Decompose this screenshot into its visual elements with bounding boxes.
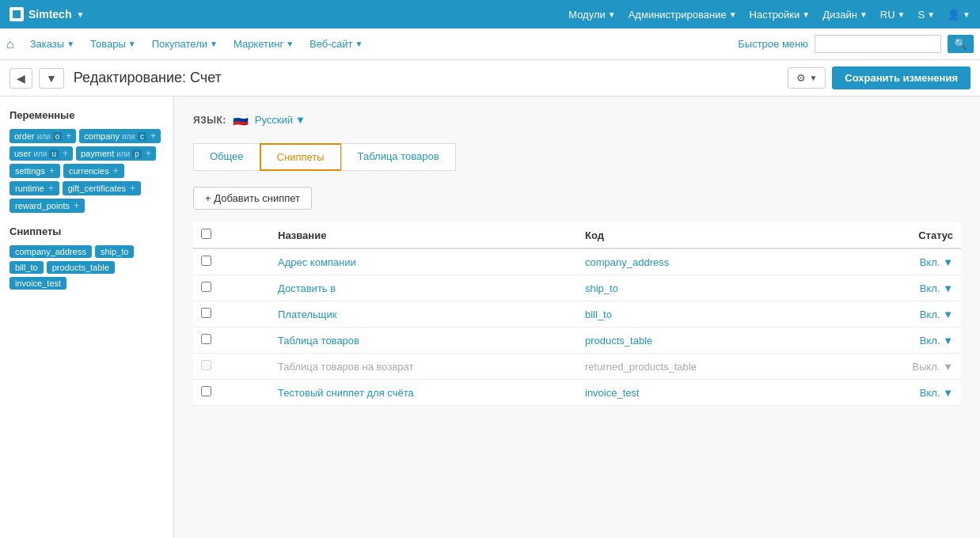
brand-dropdown-icon: ▼ (76, 10, 84, 19)
table-row: Тестовый сниппет для счётаinvoice_testВк… (193, 380, 961, 406)
row-code-0: company_address (577, 248, 846, 275)
add-snippet-button[interactable]: + Добавить сниппет (193, 187, 312, 210)
row-status-1[interactable]: Вкл. ▼ (846, 275, 962, 301)
tag-runtime[interactable]: runtime + (9, 181, 59, 195)
table-header-row: Название Код Статус (193, 222, 961, 248)
search-button[interactable]: 🔍 (948, 35, 974, 53)
home-button[interactable]: ⌂ (6, 37, 14, 51)
tag-currencies[interactable]: currencies + (63, 164, 124, 178)
tab-products-table[interactable]: Таблица товаров (341, 143, 456, 171)
language-label: ЯЗЫК: (193, 115, 226, 126)
row-checkbox-3[interactable] (201, 334, 211, 344)
variables-tags: order или o + company или c + user или u… (9, 129, 164, 213)
save-button[interactable]: Сохранить изменения (832, 66, 971, 89)
tag-user[interactable]: user или u + (9, 146, 73, 161)
menu-user-icon[interactable]: 👤 ▼ (948, 9, 971, 21)
row-checkbox-0[interactable] (201, 256, 211, 266)
row-name-link-1[interactable]: Доставить в (278, 282, 336, 294)
tag-payment[interactable]: payment или p + (76, 146, 156, 161)
nav-marketing[interactable]: Маркетинг ▼ (227, 38, 300, 50)
row-code-4: returned_products_table (577, 354, 846, 380)
tab-snippets[interactable]: Сниппеты (260, 143, 342, 171)
menu-language[interactable]: RU ▼ (880, 9, 906, 21)
row-code-1: ship_to (577, 275, 846, 301)
menu-modules[interactable]: Модули ▼ (568, 9, 615, 21)
snippet-tag-bill-to[interactable]: bill_to (9, 261, 44, 274)
row-name-link-3[interactable]: Таблица товаров (278, 335, 359, 347)
row-status-2[interactable]: Вкл. ▼ (846, 301, 962, 328)
variables-title: Переменные (9, 109, 164, 121)
row-name-link-4[interactable]: Таблица товаров на возврат (278, 361, 413, 373)
row-name-link-2[interactable]: Плательщик (278, 309, 336, 320)
nav-orders[interactable]: Заказы ▼ (24, 38, 81, 50)
snippet-tag-invoice-test[interactable]: invoice_test (9, 277, 66, 290)
logo-icon (9, 7, 24, 21)
language-dropdown[interactable]: Русский ▼ (255, 114, 306, 126)
th-name: Название (270, 222, 577, 248)
search-input[interactable] (815, 35, 941, 53)
flag-icon: 🇷🇺 (233, 112, 249, 127)
brand-name: Simtech (28, 8, 71, 21)
th-status: Статус (846, 222, 962, 248)
nav-customers[interactable]: Покупатели ▼ (146, 38, 224, 50)
snippet-tag-products-table[interactable]: products_table (47, 261, 115, 274)
tag-gift-certificates[interactable]: gift_certificates + (63, 181, 141, 195)
table-row: Доставить вship_toВкл. ▼ (193, 275, 961, 301)
down-button[interactable]: ▼ (39, 68, 64, 89)
select-all-checkbox[interactable] (201, 229, 211, 239)
back-button[interactable]: ◀ (9, 68, 32, 89)
menu-user-initial[interactable]: S ▼ (918, 9, 936, 21)
row-code-3: products_table (577, 328, 846, 354)
row-status-3[interactable]: Вкл. ▼ (846, 328, 962, 354)
snippets-tags: company_address ship_to bill_to products… (9, 245, 164, 290)
row-code-5: invoice_test (577, 380, 846, 406)
tag-order[interactable]: order или o + (9, 129, 76, 143)
topbar: Simtech ▼ Модули ▼ Администрирование ▼ Н… (0, 0, 980, 28)
row-checkbox-1[interactable] (201, 282, 211, 292)
nav-products[interactable]: Товары ▼ (84, 38, 142, 50)
table-row: Адрес компанииcompany_addressВкл. ▼ (193, 248, 961, 275)
topbar-menus: Модули ▼ Администрирование ▼ Настройки ▼… (568, 9, 971, 21)
snippets-table: Название Код Статус Адрес компанииcompan… (193, 222, 961, 406)
tag-settings[interactable]: settings + (9, 164, 60, 178)
snippet-tag-company-address[interactable]: company_address (9, 245, 92, 258)
row-checkbox-4[interactable] (201, 360, 211, 370)
snippets-title: Сниппеты (9, 225, 164, 237)
tabs-container: Общее Сниппеты Таблица товаров (193, 143, 961, 171)
breadcrumb-actions: ⚙ ▼ Сохранить изменения (788, 66, 971, 89)
row-status-5[interactable]: Вкл. ▼ (846, 380, 962, 406)
row-status-0[interactable]: Вкл. ▼ (846, 248, 962, 275)
menu-design[interactable]: Дизайн ▼ (822, 9, 868, 21)
row-status-4[interactable]: Выкл. ▼ (846, 354, 962, 380)
quick-menu-link[interactable]: Быстрое меню (738, 38, 808, 50)
row-checkbox-2[interactable] (201, 308, 211, 318)
tag-company[interactable]: company или c + (79, 129, 161, 143)
navbar: ⌂ Заказы ▼ Товары ▼ Покупатели ▼ Маркети… (0, 28, 980, 60)
breadcrumb-bar: ◀ ▼ Редактирование: Счет ⚙ ▼ Сохранить и… (0, 60, 980, 97)
row-code-2: bill_to (577, 301, 846, 328)
row-name-link-0[interactable]: Адрес компании (278, 256, 356, 268)
table-row: Таблица товаров на возвратreturned_produ… (193, 354, 961, 380)
gear-button[interactable]: ⚙ ▼ (788, 67, 826, 89)
tab-general[interactable]: Общее (193, 143, 260, 171)
language-dropdown-icon: ▼ (295, 114, 306, 126)
row-name-link-5[interactable]: Тестовый сниппет для счёта (278, 387, 414, 399)
table-row: Таблица товаровproducts_tableВкл. ▼ (193, 328, 961, 354)
snippet-tag-ship-to[interactable]: ship_to (95, 245, 134, 258)
navbar-right: Быстрое меню 🔍 (738, 35, 974, 53)
content-area: ЯЗЫК: 🇷🇺 Русский ▼ Общее Сниппеты Таблиц… (174, 97, 980, 538)
menu-admin[interactable]: Администрирование ▼ (629, 9, 737, 21)
tag-reward-points[interactable]: reward_points + (9, 199, 85, 213)
language-row: ЯЗЫК: 🇷🇺 Русский ▼ (193, 112, 961, 127)
main-layout: Переменные order или o + company или c +… (0, 97, 980, 538)
menu-settings[interactable]: Настройки ▼ (750, 9, 811, 21)
nav-website[interactable]: Веб-сайт ▼ (303, 38, 369, 50)
brand-logo[interactable]: Simtech ▼ (9, 7, 84, 21)
table-row: Плательщикbill_toВкл. ▼ (193, 301, 961, 328)
th-code: Код (577, 222, 846, 248)
language-name-text: Русский (255, 114, 293, 126)
th-checkbox (193, 222, 270, 248)
page-title: Редактирование: Счет (74, 70, 222, 86)
sidebar: Переменные order или o + company или c +… (0, 97, 174, 538)
row-checkbox-5[interactable] (201, 386, 211, 396)
